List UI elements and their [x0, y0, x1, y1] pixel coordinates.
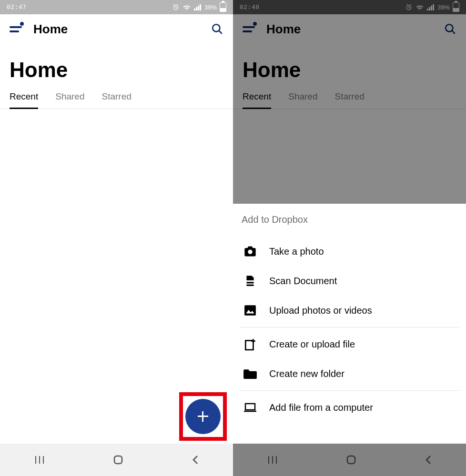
svg-rect-19: [246, 282, 253, 283]
nav-back-button[interactable]: [424, 454, 433, 466]
svg-point-18: [248, 250, 252, 254]
svg-rect-3: [198, 6, 199, 10]
sheet-item-label: Upload photos or videos: [269, 305, 372, 316]
laptop-icon: [243, 401, 257, 414]
nav-recents-button[interactable]: [34, 455, 45, 465]
signal-icon: [194, 4, 202, 10]
svg-rect-31: [347, 456, 355, 464]
sheet-item-upload-media[interactable]: Upload photos or videos: [240, 296, 459, 325]
phone-screen-right: 02:48 39% Home Home: [233, 0, 466, 476]
divider: [240, 327, 459, 327]
sheet-item-label: Take a photo: [269, 246, 324, 257]
nav-back-button[interactable]: [191, 454, 200, 466]
system-nav-bar: [0, 444, 233, 476]
svg-rect-20: [246, 285, 253, 286]
fab-highlight-box: [179, 392, 227, 441]
page-title: Home: [0, 44, 233, 91]
nav-home-button[interactable]: [345, 454, 357, 466]
svg-rect-4: [200, 4, 201, 10]
sheet-item-label: Add file from a computer: [269, 402, 373, 413]
sheet-item-take-photo[interactable]: Take a photo: [240, 237, 459, 266]
alarm-icon: [172, 3, 180, 11]
status-icons: 39%: [172, 2, 226, 12]
plus-icon: [198, 411, 208, 422]
system-nav-bar: [233, 444, 466, 476]
add-bottom-sheet: Add to Dropbox Take a photo Scan Documen…: [233, 204, 466, 444]
svg-rect-21: [244, 305, 256, 316]
nav-home-button[interactable]: [112, 454, 124, 466]
scan-icon: [243, 275, 257, 287]
svg-rect-1: [194, 9, 195, 10]
sheet-title: Add to Dropbox: [240, 214, 459, 237]
sheet-item-create-upload-file[interactable]: Create or upload file: [240, 329, 459, 359]
battery-percent: 39%: [204, 4, 217, 11]
status-time: 02:47: [7, 4, 27, 11]
wifi-icon: [182, 4, 191, 10]
notification-dot-icon: [20, 22, 24, 26]
sheet-item-add-from-computer[interactable]: Add file from a computer: [240, 393, 459, 422]
svg-line-6: [219, 30, 222, 34]
sheet-item-label: Create or upload file: [269, 339, 355, 350]
sheet-item-label: Scan Document: [269, 276, 337, 287]
sheet-item-create-folder[interactable]: Create new folder: [240, 359, 459, 388]
svg-rect-2: [196, 7, 197, 10]
tab-shared[interactable]: Shared: [55, 91, 84, 109]
sheet-item-label: Create new folder: [269, 368, 344, 379]
tabs: Recent Shared Starred: [0, 91, 233, 109]
header-title: Home: [33, 22, 68, 37]
folder-icon: [243, 367, 257, 380]
tab-starred[interactable]: Starred: [101, 91, 131, 109]
divider: [240, 390, 459, 391]
tab-recent[interactable]: Recent: [10, 91, 38, 109]
file-plus-icon: [243, 338, 257, 350]
nav-recents-button[interactable]: [267, 455, 278, 465]
camera-icon: [243, 245, 257, 258]
app-header: Home: [0, 14, 233, 44]
svg-rect-23: [245, 340, 253, 349]
fab-add-button[interactable]: [185, 399, 221, 434]
battery-icon: [220, 2, 226, 12]
image-icon: [243, 304, 257, 317]
sheet-item-scan-document[interactable]: Scan Document: [240, 266, 459, 296]
status-bar: 02:47 39%: [0, 0, 233, 14]
menu-button[interactable]: [10, 24, 22, 34]
search-button[interactable]: [211, 23, 223, 35]
svg-rect-10: [114, 456, 122, 464]
svg-rect-26: [245, 404, 255, 410]
phone-screen-left: 02:47 39% Home Home Recent Shared St: [0, 0, 233, 476]
svg-point-5: [213, 24, 220, 31]
